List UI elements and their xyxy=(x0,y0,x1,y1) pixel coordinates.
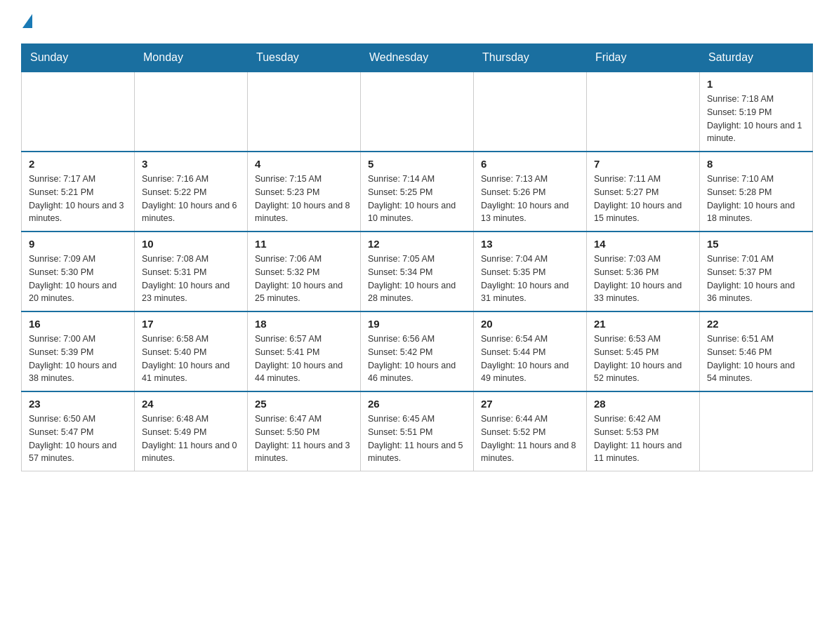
day-number: 9 xyxy=(29,238,127,250)
calendar-cell xyxy=(248,72,361,152)
page-header xyxy=(21,14,813,29)
logo-triangle-icon xyxy=(22,14,32,28)
calendar-week-row: 9Sunrise: 7:09 AMSunset: 5:30 PMDaylight… xyxy=(22,232,813,311)
day-info: Sunrise: 7:00 AMSunset: 5:39 PMDaylight:… xyxy=(29,333,127,385)
calendar-cell: 11Sunrise: 7:06 AMSunset: 5:32 PMDayligh… xyxy=(248,232,361,311)
day-info: Sunrise: 7:06 AMSunset: 5:32 PMDaylight:… xyxy=(255,253,353,305)
day-number: 26 xyxy=(368,398,466,410)
calendar-cell: 14Sunrise: 7:03 AMSunset: 5:36 PMDayligh… xyxy=(587,232,700,311)
calendar-cell xyxy=(474,72,587,152)
calendar-week-row: 16Sunrise: 7:00 AMSunset: 5:39 PMDayligh… xyxy=(22,311,813,391)
calendar-cell: 4Sunrise: 7:15 AMSunset: 5:23 PMDaylight… xyxy=(248,152,361,232)
day-info: Sunrise: 6:45 AMSunset: 5:51 PMDaylight:… xyxy=(368,412,466,465)
day-info: Sunrise: 7:13 AMSunset: 5:26 PMDaylight:… xyxy=(481,173,579,225)
day-number: 16 xyxy=(29,318,127,330)
day-number: 17 xyxy=(142,318,240,330)
calendar-cell: 9Sunrise: 7:09 AMSunset: 5:30 PMDaylight… xyxy=(22,232,135,311)
calendar-cell: 16Sunrise: 7:00 AMSunset: 5:39 PMDayligh… xyxy=(22,311,135,391)
day-info: Sunrise: 6:57 AMSunset: 5:41 PMDaylight:… xyxy=(255,333,353,385)
day-number: 27 xyxy=(481,398,579,410)
calendar-header-wednesday: Wednesday xyxy=(361,44,474,72)
day-info: Sunrise: 7:04 AMSunset: 5:35 PMDaylight:… xyxy=(481,253,579,305)
day-number: 21 xyxy=(594,318,692,330)
day-number: 4 xyxy=(255,158,353,170)
day-info: Sunrise: 7:05 AMSunset: 5:34 PMDaylight:… xyxy=(368,253,466,305)
calendar-header-tuesday: Tuesday xyxy=(248,44,361,72)
day-number: 28 xyxy=(594,398,692,410)
day-number: 22 xyxy=(707,318,805,330)
day-info: Sunrise: 6:44 AMSunset: 5:52 PMDaylight:… xyxy=(481,412,579,465)
calendar-cell: 2Sunrise: 7:17 AMSunset: 5:21 PMDaylight… xyxy=(22,152,135,232)
calendar-cell: 26Sunrise: 6:45 AMSunset: 5:51 PMDayligh… xyxy=(361,391,474,471)
day-number: 18 xyxy=(255,318,353,330)
calendar-header-saturday: Saturday xyxy=(700,44,813,72)
day-number: 8 xyxy=(707,158,805,170)
calendar-cell: 23Sunrise: 6:50 AMSunset: 5:47 PMDayligh… xyxy=(22,391,135,471)
calendar-cell: 13Sunrise: 7:04 AMSunset: 5:35 PMDayligh… xyxy=(474,232,587,311)
calendar-cell: 15Sunrise: 7:01 AMSunset: 5:37 PMDayligh… xyxy=(700,232,813,311)
calendar-cell xyxy=(361,72,474,152)
day-info: Sunrise: 6:42 AMSunset: 5:53 PMDaylight:… xyxy=(594,412,692,465)
day-number: 20 xyxy=(481,318,579,330)
calendar-cell xyxy=(22,72,135,152)
day-number: 11 xyxy=(255,238,353,250)
day-number: 25 xyxy=(255,398,353,410)
day-number: 7 xyxy=(594,158,692,170)
day-number: 10 xyxy=(142,238,240,250)
day-number: 2 xyxy=(29,158,127,170)
calendar-cell: 8Sunrise: 7:10 AMSunset: 5:28 PMDaylight… xyxy=(700,152,813,232)
calendar-cell: 6Sunrise: 7:13 AMSunset: 5:26 PMDaylight… xyxy=(474,152,587,232)
calendar-cell: 10Sunrise: 7:08 AMSunset: 5:31 PMDayligh… xyxy=(135,232,248,311)
day-info: Sunrise: 6:51 AMSunset: 5:46 PMDaylight:… xyxy=(707,333,805,385)
calendar-header-monday: Monday xyxy=(135,44,248,72)
calendar-cell xyxy=(700,391,813,471)
calendar-header-friday: Friday xyxy=(587,44,700,72)
day-number: 23 xyxy=(29,398,127,410)
day-number: 6 xyxy=(481,158,579,170)
day-info: Sunrise: 7:08 AMSunset: 5:31 PMDaylight:… xyxy=(142,253,240,305)
day-info: Sunrise: 7:11 AMSunset: 5:27 PMDaylight:… xyxy=(594,173,692,225)
day-number: 3 xyxy=(142,158,240,170)
calendar-cell: 24Sunrise: 6:48 AMSunset: 5:49 PMDayligh… xyxy=(135,391,248,471)
calendar-cell: 27Sunrise: 6:44 AMSunset: 5:52 PMDayligh… xyxy=(474,391,587,471)
logo xyxy=(21,14,32,29)
calendar-week-row: 23Sunrise: 6:50 AMSunset: 5:47 PMDayligh… xyxy=(22,391,813,471)
calendar-table: SundayMondayTuesdayWednesdayThursdayFrid… xyxy=(21,43,813,471)
calendar-week-row: 2Sunrise: 7:17 AMSunset: 5:21 PMDaylight… xyxy=(22,152,813,232)
day-info: Sunrise: 6:54 AMSunset: 5:44 PMDaylight:… xyxy=(481,333,579,385)
day-info: Sunrise: 7:09 AMSunset: 5:30 PMDaylight:… xyxy=(29,253,127,305)
day-number: 24 xyxy=(142,398,240,410)
calendar-header-sunday: Sunday xyxy=(22,44,135,72)
day-info: Sunrise: 6:47 AMSunset: 5:50 PMDaylight:… xyxy=(255,412,353,465)
day-info: Sunrise: 6:58 AMSunset: 5:40 PMDaylight:… xyxy=(142,333,240,385)
day-info: Sunrise: 7:18 AMSunset: 5:19 PMDaylight:… xyxy=(707,93,805,145)
calendar-cell: 28Sunrise: 6:42 AMSunset: 5:53 PMDayligh… xyxy=(587,391,700,471)
day-number: 1 xyxy=(707,78,805,90)
calendar-cell xyxy=(135,72,248,152)
calendar-cell: 7Sunrise: 7:11 AMSunset: 5:27 PMDaylight… xyxy=(587,152,700,232)
calendar-cell xyxy=(587,72,700,152)
day-info: Sunrise: 6:56 AMSunset: 5:42 PMDaylight:… xyxy=(368,333,466,385)
calendar-header-thursday: Thursday xyxy=(474,44,587,72)
day-info: Sunrise: 7:16 AMSunset: 5:22 PMDaylight:… xyxy=(142,173,240,225)
day-info: Sunrise: 6:50 AMSunset: 5:47 PMDaylight:… xyxy=(29,412,127,465)
day-info: Sunrise: 6:53 AMSunset: 5:45 PMDaylight:… xyxy=(594,333,692,385)
calendar-cell: 5Sunrise: 7:14 AMSunset: 5:25 PMDaylight… xyxy=(361,152,474,232)
day-number: 14 xyxy=(594,238,692,250)
day-number: 5 xyxy=(368,158,466,170)
calendar-cell: 12Sunrise: 7:05 AMSunset: 5:34 PMDayligh… xyxy=(361,232,474,311)
day-info: Sunrise: 6:48 AMSunset: 5:49 PMDaylight:… xyxy=(142,412,240,465)
calendar-cell: 19Sunrise: 6:56 AMSunset: 5:42 PMDayligh… xyxy=(361,311,474,391)
calendar-cell: 22Sunrise: 6:51 AMSunset: 5:46 PMDayligh… xyxy=(700,311,813,391)
calendar-cell: 1Sunrise: 7:18 AMSunset: 5:19 PMDaylight… xyxy=(700,72,813,152)
calendar-cell: 20Sunrise: 6:54 AMSunset: 5:44 PMDayligh… xyxy=(474,311,587,391)
day-info: Sunrise: 7:15 AMSunset: 5:23 PMDaylight:… xyxy=(255,173,353,225)
calendar-cell: 18Sunrise: 6:57 AMSunset: 5:41 PMDayligh… xyxy=(248,311,361,391)
day-number: 13 xyxy=(481,238,579,250)
calendar-cell: 17Sunrise: 6:58 AMSunset: 5:40 PMDayligh… xyxy=(135,311,248,391)
day-number: 15 xyxy=(707,238,805,250)
day-number: 19 xyxy=(368,318,466,330)
day-info: Sunrise: 7:14 AMSunset: 5:25 PMDaylight:… xyxy=(368,173,466,225)
day-info: Sunrise: 7:03 AMSunset: 5:36 PMDaylight:… xyxy=(594,253,692,305)
calendar-week-row: 1Sunrise: 7:18 AMSunset: 5:19 PMDaylight… xyxy=(22,72,813,152)
